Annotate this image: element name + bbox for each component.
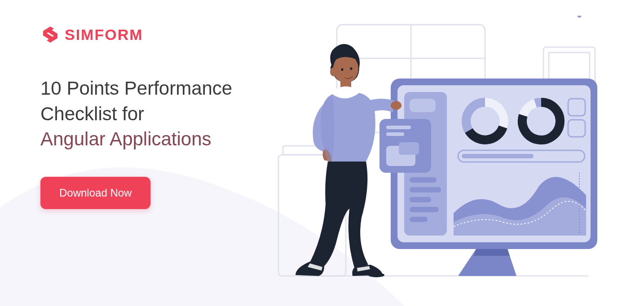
svg-rect-15 xyxy=(410,207,439,212)
svg-rect-11 xyxy=(410,99,436,112)
download-button[interactable]: Download Now xyxy=(40,177,150,209)
brand-logo: SIMFORM xyxy=(40,25,256,44)
svg-point-33 xyxy=(330,67,336,76)
svg-point-36 xyxy=(368,273,384,277)
svg-point-32 xyxy=(350,67,353,70)
svg-rect-14 xyxy=(410,197,431,202)
svg-rect-19 xyxy=(386,132,404,136)
svg-rect-16 xyxy=(410,217,428,222)
download-button-label: Download Now xyxy=(59,187,132,199)
page-title: 10 Points Performance Checklist for Angu… xyxy=(40,76,256,152)
svg-rect-13 xyxy=(410,187,441,192)
headline-line-2: Checklist for xyxy=(40,103,144,124)
headline-accent: Angular Applications xyxy=(40,128,212,149)
logo-icon xyxy=(40,25,60,44)
headline-line-1: 10 Points Performance xyxy=(40,78,232,99)
svg-point-28 xyxy=(577,16,582,18)
hero-illustration xyxy=(265,16,606,303)
brand-name: SIMFORM xyxy=(65,26,143,44)
svg-rect-12 xyxy=(410,177,437,183)
svg-rect-21 xyxy=(399,142,419,155)
svg-point-35 xyxy=(391,101,401,110)
svg-rect-27 xyxy=(462,154,534,158)
svg-rect-18 xyxy=(386,126,411,129)
svg-point-31 xyxy=(341,68,344,71)
